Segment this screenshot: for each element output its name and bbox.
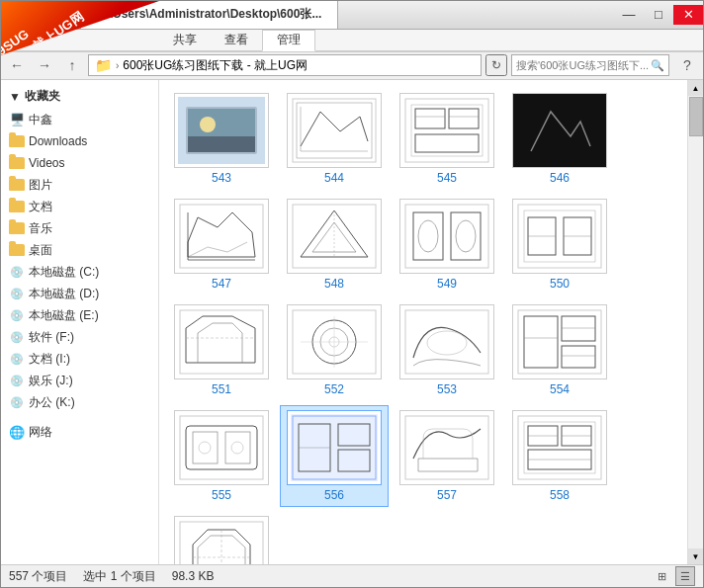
svg-point-4 [200, 117, 216, 132]
file-label: 543 [212, 171, 231, 185]
folder-icon-mus [9, 220, 25, 236]
file-label: 557 [437, 488, 457, 502]
sidebar-item-desktop[interactable]: 桌面 [1, 239, 158, 261]
ribbon-tab-view[interactable]: 查看 [211, 30, 262, 50]
list-item[interactable]: 550 [505, 194, 614, 295]
scroll-track[interactable] [688, 96, 703, 548]
sidebar-label-documents: 文档 [29, 199, 52, 215]
sidebar-item-disk-e[interactable]: 💿 本地磁盘 (E:) [1, 304, 158, 326]
list-view-button[interactable]: ☰ [675, 566, 695, 586]
sidebar-label-d: 本地磁盘 (D:) [29, 286, 99, 302]
search-input[interactable] [516, 59, 649, 71]
forward-button[interactable]: → [33, 54, 56, 76]
close-button[interactable]: ✕ [673, 5, 703, 25]
favorites-header[interactable]: ▼ 收藏夹 [1, 84, 158, 109]
file-thumbnail [399, 304, 494, 379]
address-box[interactable]: 📁 › 600张UG练习图纸下载 - 就上UG网 [88, 54, 482, 76]
file-thumbnail [399, 93, 494, 168]
file-thumbnail [174, 516, 269, 564]
file-thumbnail [512, 93, 607, 168]
grid-view-button[interactable]: ⊞ [652, 566, 671, 586]
file-thumbnail [174, 199, 269, 274]
list-item[interactable]: 557 [393, 405, 501, 507]
help-button[interactable]: ? [675, 54, 699, 76]
list-item[interactable]: 558 [505, 405, 614, 507]
folder-icon-desk [9, 242, 25, 258]
sidebar-item-documents[interactable]: 文档 [1, 196, 158, 217]
list-item[interactable]: 548 [280, 194, 389, 295]
sidebar-label-k: 办公 (K:) [29, 394, 75, 411]
file-label: 558 [550, 488, 570, 502]
sidebar-item-disk-k[interactable]: 💿 办公 (K:) [1, 391, 158, 413]
sidebar-item-music[interactable]: 音乐 [1, 217, 158, 239]
list-item[interactable]: 559 [167, 511, 276, 564]
folder-icon-vid [9, 155, 25, 171]
scrollbar[interactable]: ▲ ▼ [687, 80, 703, 564]
favorites-arrow: ▼ [9, 90, 21, 104]
file-thumbnail [512, 304, 607, 379]
search-box[interactable]: 🔍 [511, 54, 669, 76]
sidebar-label-e: 本地磁盘 (E:) [29, 307, 99, 324]
disk-icon-k: 💿 [9, 394, 25, 410]
svg-rect-6 [293, 99, 376, 162]
ribbon-tab-manage[interactable]: 管理 [262, 30, 315, 51]
svg-rect-20 [180, 205, 263, 268]
refresh-button[interactable]: ↻ [485, 54, 507, 76]
up-button[interactable]: ↑ [60, 54, 84, 76]
sidebar-item-disk-c[interactable]: 💿 本地磁盘 (C:) [1, 261, 158, 283]
sidebar-label-zhongxin: 中鑫 [29, 112, 52, 128]
sidebar-item-videos[interactable]: Videos [1, 152, 158, 174]
disk-icon-f: 💿 [9, 329, 25, 345]
file-grid: 543 544 [167, 88, 679, 564]
list-item[interactable]: 547 [167, 194, 276, 295]
sidebar-item-disk-f[interactable]: 💿 软件 (F:) [1, 326, 158, 348]
scroll-thumb[interactable] [689, 97, 703, 136]
list-item[interactable]: 546 [505, 88, 614, 190]
sidebar-label-videos: Videos [29, 156, 64, 170]
list-item[interactable]: 543 [167, 88, 276, 190]
folder-icon: 🖥️ [9, 112, 25, 127]
svg-rect-3 [188, 136, 255, 152]
file-label: 554 [550, 382, 570, 396]
folder-icon-pic [9, 177, 25, 193]
sidebar-item-downloads[interactable]: Downloads [1, 130, 158, 152]
sidebar-item-zhongxin[interactable]: 🖥️ 中鑫 [1, 109, 158, 130]
maximize-button[interactable]: □ [644, 5, 673, 25]
file-label: 549 [437, 277, 457, 291]
list-item[interactable]: 554 [505, 299, 614, 401]
svg-rect-18 [516, 97, 603, 164]
scroll-up-button[interactable]: ▲ [688, 80, 703, 96]
ribbon: 共享 查看 管理 [1, 30, 703, 52]
list-item[interactable]: 555 [167, 405, 276, 507]
folder-icon-addr: 📁 [95, 57, 112, 73]
back-button[interactable]: ← [5, 54, 29, 76]
disk-icon-c: 💿 [9, 264, 25, 280]
list-item[interactable]: 551 [167, 299, 276, 401]
file-thumbnail [512, 199, 607, 274]
sidebar-item-pictures[interactable]: 图片 [1, 174, 158, 196]
list-item[interactable]: 549 [393, 194, 501, 295]
scroll-down-button[interactable]: ▼ [688, 548, 703, 564]
sidebar-item-network[interactable]: 🌐 网络 [1, 421, 158, 443]
list-item[interactable]: 556 [280, 405, 389, 507]
network-icon: 🌐 [9, 424, 25, 440]
main-area: ▼ 收藏夹 🖥️ 中鑫 Downloads Videos 图片 [1, 80, 703, 564]
file-label: 547 [212, 277, 231, 291]
ribbon-tab-share[interactable]: 共享 [159, 30, 211, 50]
file-thumbnail [174, 410, 269, 485]
sidebar-item-disk-d[interactable]: 💿 本地磁盘 (D:) [1, 283, 158, 304]
file-thumbnail [174, 93, 269, 168]
list-item[interactable]: 553 [393, 299, 501, 401]
search-icon: 🔍 [651, 59, 664, 72]
svg-rect-76 [405, 416, 488, 479]
file-label: 555 [212, 488, 231, 502]
sidebar-item-disk-i[interactable]: 💿 文档 (I:) [1, 348, 158, 370]
list-item[interactable]: 545 [393, 88, 501, 190]
list-item[interactable]: 552 [280, 299, 389, 401]
svg-rect-29 [405, 205, 488, 268]
list-item[interactable]: 544 [280, 88, 389, 190]
minimize-button[interactable]: — [614, 5, 644, 25]
path-arrow: › [116, 60, 119, 71]
sidebar-item-disk-j[interactable]: 💿 娱乐 (J:) [1, 370, 158, 391]
file-content: 543 544 [159, 80, 687, 564]
